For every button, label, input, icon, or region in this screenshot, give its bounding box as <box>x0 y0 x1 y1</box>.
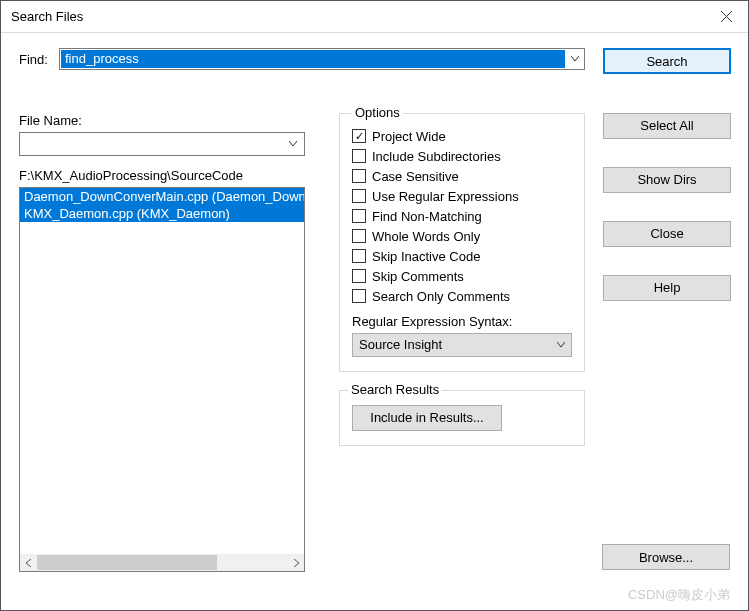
scroll-right-icon[interactable] <box>287 554 304 571</box>
options-legend: Options <box>352 105 403 120</box>
checkbox-icon[interactable] <box>352 189 366 203</box>
option-search-only-comments[interactable]: Search Only Comments <box>352 289 572 304</box>
option-label: Include Subdirectories <box>372 149 501 164</box>
chevron-down-icon[interactable] <box>284 134 302 154</box>
window-title: Search Files <box>11 9 83 24</box>
option-label: Whole Words Only <box>372 229 480 244</box>
checkbox-icon[interactable] <box>352 149 366 163</box>
option-label: Search Only Comments <box>372 289 510 304</box>
list-item[interactable]: Daemon_DownConverMain.cpp (Daemon_DownCo… <box>20 188 304 205</box>
titlebar: Search Files <box>1 1 748 33</box>
options-group: Options Project WideInclude Subdirectori… <box>339 113 585 372</box>
find-value: find_process <box>61 50 565 68</box>
option-case-sensitive[interactable]: Case Sensitive <box>352 169 572 184</box>
path-label: F:\KMX_AudioProcessing\SourceCode <box>19 168 321 183</box>
syntax-label: Regular Expression Syntax: <box>352 314 572 329</box>
option-find-non-matching[interactable]: Find Non-Matching <box>352 209 572 224</box>
chevron-down-icon <box>557 342 565 348</box>
scroll-left-icon[interactable] <box>20 554 37 571</box>
file-list[interactable]: Daemon_DownConverMain.cpp (Daemon_DownCo… <box>19 187 305 572</box>
option-label: Project Wide <box>372 129 446 144</box>
find-label: Find: <box>19 52 51 67</box>
checkbox-icon[interactable] <box>352 209 366 223</box>
option-label: Skip Comments <box>372 269 464 284</box>
option-skip-comments[interactable]: Skip Comments <box>352 269 572 284</box>
help-button[interactable]: Help <box>603 275 731 301</box>
option-label: Skip Inactive Code <box>372 249 480 264</box>
file-name-label: File Name: <box>19 113 321 128</box>
option-project-wide[interactable]: Project Wide <box>352 129 572 144</box>
include-in-results-button[interactable]: Include in Results... <box>352 405 502 431</box>
option-include-subdirectories[interactable]: Include Subdirectories <box>352 149 572 164</box>
option-label: Find Non-Matching <box>372 209 482 224</box>
browse-button[interactable]: Browse... <box>602 544 730 570</box>
scroll-thumb[interactable] <box>37 555 217 570</box>
close-button[interactable]: Close <box>603 221 731 247</box>
syntax-dropdown[interactable]: Source Insight <box>352 333 572 357</box>
checkbox-icon[interactable] <box>352 169 366 183</box>
option-skip-inactive-code[interactable]: Skip Inactive Code <box>352 249 572 264</box>
find-input[interactable]: find_process <box>59 48 585 70</box>
file-name-input[interactable] <box>19 132 305 156</box>
scroll-track[interactable] <box>37 554 287 571</box>
list-item[interactable]: KMX_Daemon.cpp (KMX_Daemon) <box>20 205 304 222</box>
option-use-regular-expressions[interactable]: Use Regular Expressions <box>352 189 572 204</box>
results-legend: Search Results <box>348 382 442 397</box>
option-label: Case Sensitive <box>372 169 459 184</box>
option-label: Use Regular Expressions <box>372 189 519 204</box>
checkbox-icon[interactable] <box>352 289 366 303</box>
checkbox-icon[interactable] <box>352 129 366 143</box>
search-button[interactable]: Search <box>603 48 731 74</box>
option-whole-words-only[interactable]: Whole Words Only <box>352 229 572 244</box>
select-all-button[interactable]: Select All <box>603 113 731 139</box>
checkbox-icon[interactable] <box>352 249 366 263</box>
chevron-down-icon[interactable] <box>566 49 584 69</box>
show-dirs-button[interactable]: Show Dirs <box>603 167 731 193</box>
horizontal-scrollbar[interactable] <box>20 554 304 571</box>
checkbox-icon[interactable] <box>352 229 366 243</box>
search-files-dialog: Search Files Find: find_process Search <box>0 0 749 611</box>
checkbox-icon[interactable] <box>352 269 366 283</box>
close-icon[interactable] <box>704 1 748 33</box>
search-results-group: Search Results Include in Results... <box>339 390 585 446</box>
